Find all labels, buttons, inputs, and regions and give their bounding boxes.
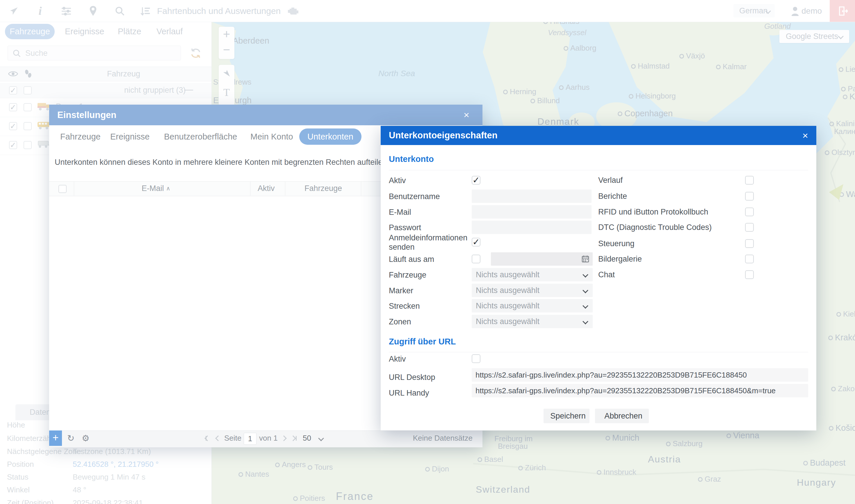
fahrzeuge-select[interactable]: Nichts ausgewählt [472,268,593,281]
locate-arrow-button[interactable] [219,65,234,86]
laeuft-aus-checkbox[interactable]: ✓ [472,255,481,263]
zoom-in-button[interactable]: + [219,27,234,43]
column-aktiv[interactable]: Aktiv [258,181,275,196]
steuerung-checkbox[interactable]: ✓ [745,239,754,248]
map-label: Klaipėda [843,92,855,102]
tab-fahrzeuge[interactable]: Fahrzeuge [5,24,55,39]
column-email[interactable]: E-Mail ∧ [142,181,170,196]
marker-select[interactable]: Nichts ausgewählt [472,284,593,297]
search-input[interactable] [25,49,154,58]
column-fahrzeuge[interactable]: Fahrzeuge [304,181,342,196]
bildergalerie-checkbox[interactable]: ✓ [745,255,754,263]
tab-ereignisse[interactable]: Ereignisse [65,24,104,39]
map-label: Munich [606,433,640,443]
map-label: Vienna [727,431,759,440]
close-icon[interactable]: × [802,126,808,145]
language-select[interactable]: German [733,4,775,17]
vehicle-visible-checkbox[interactable]: ✓ [9,103,17,111]
map-pin-icon[interactable] [86,0,101,22]
gear-icon[interactable]: ⚙ [82,430,90,446]
logout-button[interactable] [830,0,855,22]
settings-tab-mein-konto[interactable]: Mein Konto [250,128,293,145]
vehicle-visible-checkbox[interactable]: ✓ [9,122,17,130]
truck-icon [37,100,51,114]
sync-icon[interactable] [190,47,202,60]
strecken-select[interactable]: Nichts ausgewählt [472,299,593,312]
group-visible-checkbox[interactable]: ✓ [9,86,17,94]
vehicle-visible-checkbox[interactable]: ✓ [9,141,17,149]
column-header-fahrzeug[interactable]: Fahrzeug [107,70,140,78]
chat-checkbox[interactable]: ✓ [745,270,754,279]
settings-tab-unterkonten[interactable]: Unterkonten [299,128,362,145]
url-handy-input[interactable]: https://s2.safari-gps.live/index.php?au=… [472,384,808,397]
chevron-down-icon [582,287,588,293]
locate-cursor-icon[interactable] [6,0,21,22]
map-label: Austria [648,454,681,465]
map-zoom-control: + − [219,27,234,59]
logout-door-icon [837,6,848,16]
position-link[interactable]: 52.416528 °, 21.217950 ° [73,460,159,469]
berichte-checkbox[interactable]: ✓ [745,192,754,201]
vehicle-group-row[interactable]: ✓ ✓ nicht gruppiert (3) — [0,83,211,98]
vehicle-follow-checkbox[interactable]: ✓ [23,103,32,111]
anmeldeinfo-checkbox[interactable]: ✓ [472,238,481,247]
settings-tab-ereignisse[interactable]: Ereignisse [110,128,150,145]
map-label: Innsbruck [597,468,636,477]
user-avatar-icon[interactable] [789,0,802,22]
close-icon[interactable]: × [464,105,469,125]
field-label-benutzername: Benutzername [389,192,470,201]
map-layer-select[interactable]: Google Streets [779,30,849,43]
next-page-button[interactable] [282,430,286,446]
last-page-button[interactable] [291,430,295,446]
logbook-icon[interactable] [137,0,154,22]
refresh-icon[interactable]: ↻ [67,430,74,446]
map-label: Калининград [834,127,855,136]
text-labels-toggle[interactable]: T [219,86,234,104]
detail-label: Position [7,460,34,469]
perm-label-steuerung: Steuerung [598,239,634,248]
tab-plaetze[interactable]: Plätze [118,24,141,39]
benutzername-input[interactable] [472,190,592,203]
user-name[interactable]: demo [802,0,822,22]
bus-icon [37,119,51,133]
tab-verlauf[interactable]: Verlauf [156,24,182,39]
engine-dtc-icon[interactable] [285,0,301,22]
expiry-date-input[interactable] [491,252,593,266]
empty-records-label: Keine Datensätze [413,430,473,446]
detail-label: Zeit (Position) [7,499,53,504]
collapse-icon[interactable]: — [185,85,193,94]
dtc-checkbox[interactable]: ✓ [745,223,754,232]
select-all-checkbox[interactable]: ✓ [58,185,67,193]
add-subaccount-button[interactable]: + [49,430,62,446]
save-button[interactable]: Speichern [543,409,590,423]
divider [389,352,808,352]
field-label-url-aktiv: Aktiv [389,354,470,364]
info-icon[interactable]: i [33,0,48,22]
url-desktop-input[interactable]: https://s2.safari-gps.live/index.php?au=… [472,368,808,382]
passwort-input[interactable] [472,221,592,234]
select-value: Nichts ausgewählt [476,270,539,279]
map-label: Zürich [518,463,546,472]
settings-tab-benutzeroberflaeche[interactable]: Benutzeroberfläche [164,128,237,145]
map-label: Halmstad [631,61,670,71]
aktiv-checkbox[interactable]: ✓ [472,176,481,184]
search-icon[interactable] [112,0,127,22]
page-input[interactable] [244,433,257,445]
perm-label-rfid: RFID und iButton Protokollbuch [598,208,708,217]
settings-tab-fahrzeuge[interactable]: Fahrzeuge [60,128,101,145]
group-follow-checkbox[interactable]: ✓ [23,86,32,94]
settings-sliders-icon[interactable] [59,0,74,22]
page-size-select[interactable]: 50 [303,430,311,446]
prev-page-button[interactable] [216,430,220,446]
first-page-button[interactable] [206,430,209,446]
vehicle-follow-checkbox[interactable]: ✓ [23,122,32,130]
map-label: Hirtshals [543,22,579,26]
cancel-button[interactable]: Abbrechen [595,409,649,423]
url-aktiv-checkbox[interactable]: ✓ [472,354,481,363]
zoom-out-button[interactable]: − [219,43,234,59]
zonen-select[interactable]: Nichts ausgewählt [472,315,593,328]
email-input[interactable] [472,205,592,219]
verlauf-checkbox[interactable]: ✓ [745,176,754,184]
rfid-checkbox[interactable]: ✓ [745,208,754,216]
vehicle-follow-checkbox[interactable]: ✓ [23,141,32,149]
